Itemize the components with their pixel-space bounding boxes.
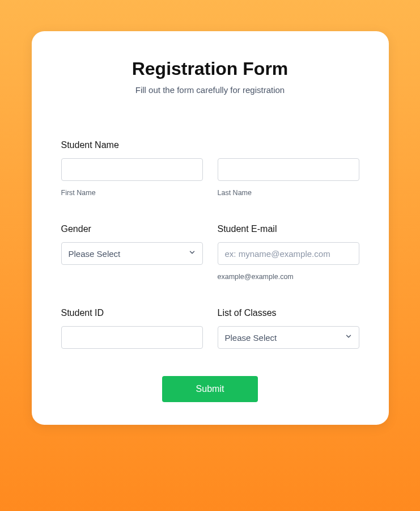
email-label: Student E-mail [218, 224, 359, 234]
classes-field: List of Classes Please Select [218, 308, 359, 349]
email-input[interactable] [218, 242, 359, 265]
form-title: Registration Form [61, 58, 359, 79]
student-name-group: Student Name First Name Last Name [61, 140, 359, 197]
gender-select-wrap: Please Select [61, 242, 203, 265]
student-id-label: Student ID [61, 308, 203, 318]
student-id-field: Student ID [61, 308, 203, 349]
student-name-label: Student Name [61, 140, 359, 150]
gender-email-row: Gender Please Select Student E-mail exam… [61, 224, 359, 281]
submit-row: Submit [61, 376, 359, 402]
classes-select[interactable]: Please Select [218, 326, 359, 349]
gender-select[interactable]: Please Select [61, 242, 203, 265]
email-sublabel: example@example.com [218, 273, 359, 281]
first-name-input[interactable] [61, 158, 203, 181]
classes-select-wrap: Please Select [218, 326, 359, 349]
gender-field: Gender Please Select [61, 224, 203, 281]
last-name-input[interactable] [218, 158, 359, 181]
first-name-sublabel: First Name [61, 189, 203, 197]
gender-label: Gender [61, 224, 203, 234]
registration-card: Registration Form Fill out the form care… [32, 31, 389, 425]
last-name-col: Last Name [218, 158, 359, 197]
form-header: Registration Form Fill out the form care… [61, 58, 359, 95]
form-subtitle: Fill out the form carefully for registra… [61, 85, 359, 95]
email-field: Student E-mail example@example.com [218, 224, 359, 281]
id-classes-row: Student ID List of Classes Please Select [61, 308, 359, 349]
classes-label: List of Classes [218, 308, 359, 318]
student-id-input[interactable] [61, 326, 203, 349]
last-name-sublabel: Last Name [218, 189, 359, 197]
submit-button[interactable]: Submit [162, 376, 258, 402]
first-name-col: First Name [61, 158, 203, 197]
student-name-inputs: First Name Last Name [61, 158, 359, 197]
